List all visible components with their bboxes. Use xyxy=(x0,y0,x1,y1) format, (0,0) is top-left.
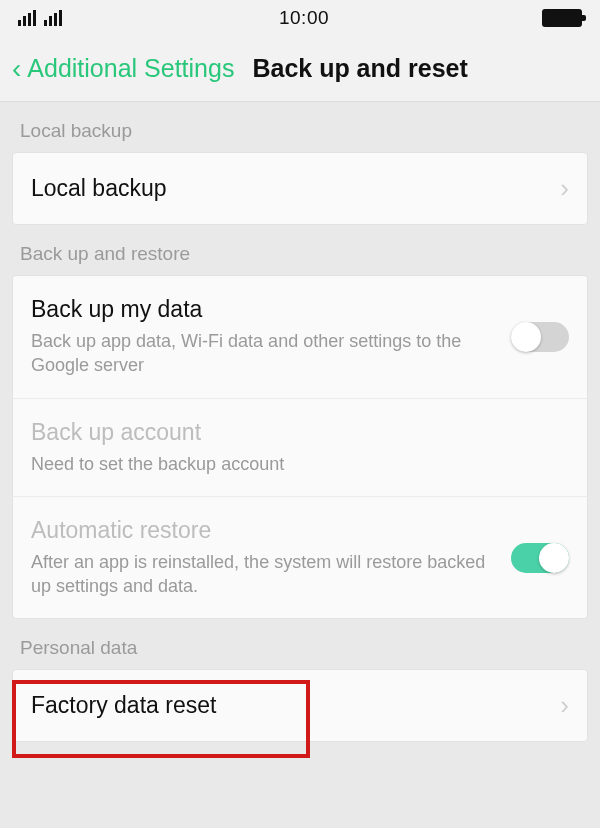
back-button[interactable]: ‹ Additional Settings xyxy=(12,54,234,83)
svg-rect-3 xyxy=(33,10,36,26)
page-title: Back up and reset xyxy=(252,54,467,83)
card-backup-restore: Back up my data Back up app data, Wi-Fi … xyxy=(12,275,588,619)
card-personal-data: Factory data reset › xyxy=(12,669,588,742)
svg-rect-0 xyxy=(18,20,21,26)
row-local-backup[interactable]: Local backup › xyxy=(13,153,587,224)
svg-rect-5 xyxy=(49,16,52,26)
chevron-right-icon: › xyxy=(560,690,569,721)
row-title: Back up my data xyxy=(31,296,499,323)
row-title: Local backup xyxy=(31,175,548,202)
signal-icon xyxy=(18,10,40,26)
section-label-backup-restore: Back up and restore xyxy=(0,225,600,275)
toggle-backup-my-data[interactable] xyxy=(511,322,569,352)
row-title: Back up account xyxy=(31,419,557,446)
chevron-right-icon: › xyxy=(560,173,569,204)
row-subtitle: Need to set the backup account xyxy=(31,452,557,476)
svg-rect-6 xyxy=(54,13,57,26)
signal-icon xyxy=(44,10,66,26)
battery-icon xyxy=(542,9,582,27)
nav-header: ‹ Additional Settings Back up and reset xyxy=(0,36,600,102)
row-factory-data-reset[interactable]: Factory data reset › xyxy=(13,670,587,741)
chevron-left-icon: ‹ xyxy=(12,55,21,83)
svg-rect-4 xyxy=(44,20,47,26)
section-label-local-backup: Local backup xyxy=(0,102,600,152)
card-local-backup: Local backup › xyxy=(12,152,588,225)
svg-rect-7 xyxy=(59,10,62,26)
row-subtitle: After an app is reinstalled, the system … xyxy=(31,550,499,599)
svg-rect-2 xyxy=(28,13,31,26)
toggle-automatic-restore[interactable] xyxy=(511,543,569,573)
row-subtitle: Back up app data, Wi-Fi data and other s… xyxy=(31,329,499,378)
svg-rect-1 xyxy=(23,16,26,26)
status-bar: 10:00 xyxy=(0,0,600,36)
row-backup-account: Back up account Need to set the backup a… xyxy=(13,399,587,497)
status-time: 10:00 xyxy=(279,7,329,29)
row-backup-my-data[interactable]: Back up my data Back up app data, Wi-Fi … xyxy=(13,276,587,399)
back-label: Additional Settings xyxy=(27,54,234,83)
row-title: Automatic restore xyxy=(31,517,499,544)
row-title: Factory data reset xyxy=(31,692,548,719)
row-automatic-restore: Automatic restore After an app is reinst… xyxy=(13,497,587,619)
section-label-personal-data: Personal data xyxy=(0,619,600,669)
